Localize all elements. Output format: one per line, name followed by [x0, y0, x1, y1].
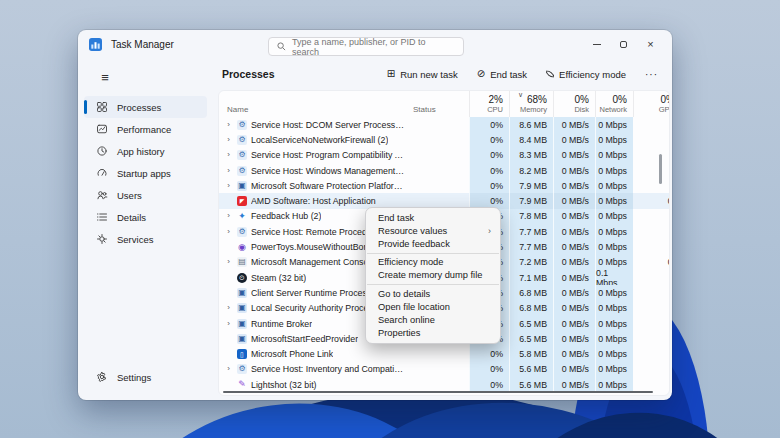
cell-cpu: 0%	[469, 148, 509, 163]
table-row[interactable]: › ⚙ Service Host: Windows Management Ins…	[219, 163, 670, 178]
table-row[interactable]: › ▣ Microsoft Software Protection Platfo…	[219, 178, 670, 193]
context-menu-item-label: End task	[378, 213, 414, 223]
table-row[interactable]: › ⚙ LocalServiceNoNetworkFirewall (2) 0%…	[219, 132, 670, 147]
sidebar-item-users[interactable]: Users	[84, 184, 207, 206]
column-header-gpu[interactable]: 0%GPU	[633, 91, 670, 117]
cell-disk: 0 MB/s	[553, 270, 595, 285]
titlebar[interactable]: Task Manager Type a name, publisher, or …	[78, 30, 672, 58]
table-row[interactable]: › ⚙ Service Host: DCOM Server Process La…	[219, 117, 670, 132]
context-menu-item-go-to-details[interactable]: Go to details	[366, 287, 500, 300]
window-process-icon: ▣	[237, 334, 247, 344]
context-menu-item-properties[interactable]: Properties	[366, 327, 500, 340]
hamburger-icon: ≡	[101, 70, 109, 85]
cell-disk: 0 MB/s	[553, 178, 595, 193]
sidebar-item-performance[interactable]: Performance	[84, 118, 207, 140]
context-menu-item-efficiency-mode[interactable]: Efficiency mode	[366, 256, 500, 269]
cell-status	[405, 163, 469, 178]
expand-chevron-icon[interactable]: ›	[224, 212, 233, 220]
gear-process-icon: ⚙	[237, 166, 247, 176]
table-row[interactable]: › ⚙ Service Host: Program Compatibility …	[219, 148, 670, 163]
hamburger-menu-button[interactable]: ≡	[90, 66, 120, 88]
expand-chevron-icon[interactable]: ›	[224, 167, 233, 175]
column-header-cpu[interactable]: 2%CPU	[469, 91, 509, 117]
context-menu-separator	[367, 253, 499, 254]
maximize-icon	[620, 41, 627, 48]
cell-cpu: 0%	[469, 362, 509, 377]
cell-gpu	[633, 285, 670, 300]
gear-process-icon: ⚙	[237, 227, 247, 237]
gear-process-icon: ⚙	[237, 150, 247, 160]
cell-disk: 0 MB/s	[553, 255, 595, 270]
cell-disk: 0 MB/s	[553, 362, 595, 377]
end-task-button[interactable]: ⊘ End task	[477, 69, 527, 80]
expand-chevron-icon[interactable]: ›	[224, 258, 233, 266]
context-menu-item-label: Properties	[378, 328, 420, 338]
search-icon	[277, 42, 286, 51]
context-menu-item-provide-feedback[interactable]: Provide feedback	[366, 237, 500, 250]
maximize-button[interactable]	[610, 33, 637, 55]
expand-chevron-icon[interactable]: ›	[224, 182, 233, 190]
cell-gpu	[633, 224, 670, 239]
cell-gpu	[633, 117, 670, 132]
expand-chevron-icon[interactable]: ›	[224, 320, 233, 328]
cell-disk: 0 MB/s	[553, 331, 595, 346]
cell-gpu	[633, 178, 670, 193]
sidebar-item-details[interactable]: Details	[84, 206, 207, 228]
column-header-network[interactable]: 0%Network	[595, 91, 633, 117]
column-header-memory[interactable]: 68%Memory	[509, 91, 553, 117]
expand-chevron-icon[interactable]: ›	[224, 304, 233, 312]
cell-disk: 0 MB/s	[553, 239, 595, 254]
expand-chevron-icon[interactable]: ›	[224, 365, 233, 373]
vertical-scrollbar[interactable]	[659, 154, 662, 184]
sidebar-item-label: Settings	[117, 372, 151, 383]
cell-memory: 7.7 MB	[509, 224, 553, 239]
context-menu-item-resource-values[interactable]: Resource values ›	[366, 224, 500, 237]
cell-network: 0 Mbps	[595, 239, 633, 254]
expand-chevron-icon[interactable]: ›	[224, 121, 233, 129]
table-row[interactable]: › ⚙ Service Host: Inventory and Compatib…	[219, 362, 670, 377]
sidebar-item-services[interactable]: Services	[84, 228, 207, 250]
lightshot-process-icon: ✎	[237, 380, 247, 390]
expand-chevron-icon[interactable]: ›	[224, 136, 233, 144]
cell-network: 0 Mbps	[595, 148, 633, 163]
search-input[interactable]: Type a name, publisher, or PID to search	[268, 37, 464, 56]
close-button[interactable]: ×	[637, 33, 664, 55]
run-new-task-icon: ⊞	[387, 69, 395, 79]
cell-status	[405, 362, 469, 377]
table-row[interactable]: ▯ Microsoft Phone Link 0% 5.8 MB 0 MB/s …	[219, 346, 670, 361]
context-menu-item-open-file-location[interactable]: Open file location	[366, 300, 500, 313]
sidebar-item-label: Startup apps	[117, 168, 171, 179]
context-menu-item-create-memory-dump-file[interactable]: Create memory dump file	[366, 269, 500, 282]
column-header-status[interactable]: Status	[405, 91, 469, 117]
cell-network: 0 Mbps	[595, 362, 633, 377]
expand-chevron-icon[interactable]: ›	[224, 151, 233, 159]
context-menu-item-search-online[interactable]: Search online	[366, 313, 500, 326]
sidebar-item-label: App history	[117, 146, 165, 157]
process-name: MicrosoftStartFeedProvider	[251, 334, 358, 344]
sidebar-item-settings[interactable]: Settings	[84, 366, 207, 388]
context-menu-item-end-task[interactable]: End task	[366, 211, 500, 224]
performance-icon	[96, 123, 108, 135]
run-new-task-button[interactable]: ⊞ Run new task	[387, 69, 458, 80]
cell-disk: 0 MB/s	[553, 346, 595, 361]
users-icon	[96, 189, 108, 201]
sidebar-item-label: Processes	[117, 102, 161, 113]
column-header-disk[interactable]: 0%Disk	[553, 91, 595, 117]
cell-cpu: 0%	[469, 132, 509, 147]
column-header-name[interactable]: Name	[219, 91, 405, 117]
cell-disk: 0 MB/s	[553, 148, 595, 163]
efficiency-mode-button[interactable]: Efficiency mode	[546, 69, 626, 80]
expand-chevron-icon[interactable]: ›	[224, 228, 233, 236]
cell-memory: 7.9 MB	[509, 193, 553, 208]
sidebar-item-processes[interactable]: Processes	[84, 96, 207, 118]
sidebar-item-app-history[interactable]: App history	[84, 140, 207, 162]
more-options-button[interactable]: ···	[645, 69, 658, 80]
settings-gear-icon	[96, 371, 108, 383]
sidebar-item-startup-apps[interactable]: Startup apps	[84, 162, 207, 184]
process-name: LocalServiceNoNetworkFirewall (2)	[251, 135, 388, 145]
app-history-icon	[96, 145, 108, 157]
horizontal-scrollbar[interactable]	[223, 391, 653, 393]
cell-disk: 0 MB/s	[553, 132, 595, 147]
cell-memory: 8.2 MB	[509, 163, 553, 178]
minimize-button[interactable]	[583, 33, 610, 55]
